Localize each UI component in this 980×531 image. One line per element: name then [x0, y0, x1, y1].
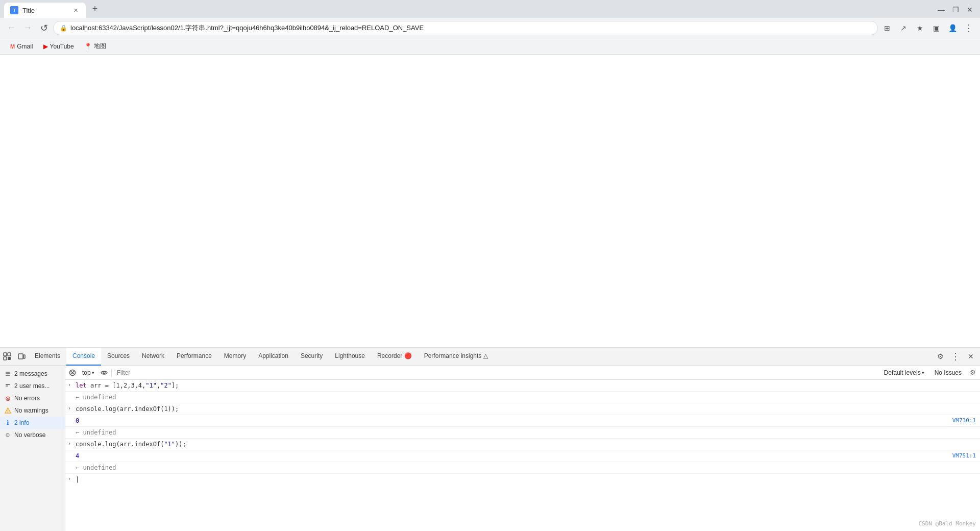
top-context-selector[interactable]: top ▾: [80, 368, 97, 378]
tab-security[interactable]: Security: [295, 348, 329, 366]
console-row-undefined-1: ← undefined: [65, 392, 980, 403]
restore-button[interactable]: ❐: [949, 4, 962, 16]
maps-label: 地图: [94, 42, 106, 51]
svg-point-17: [103, 372, 105, 374]
page-content: [0, 55, 980, 347]
tab-elements[interactable]: Elements: [29, 348, 66, 366]
row-expand-arrow-2[interactable]: ›: [65, 404, 74, 411]
all-messages-label: 2 messages: [14, 370, 47, 377]
row-input-arrow: ›: [65, 475, 74, 481]
svg-rect-2: [8, 353, 11, 356]
svg-rect-0: [4, 353, 7, 356]
console-area: top ▾ Default levels ▾ No Issues ⚙: [65, 366, 980, 531]
sidebar-item-info[interactable]: ℹ 2 info: [0, 417, 65, 429]
bookmark-gmail[interactable]: M Gmail: [6, 41, 37, 52]
close-button[interactable]: ✕: [964, 4, 976, 16]
console-output: › let arr = [1,2,3,4,"1","2"]; ← undefin…: [65, 380, 980, 531]
info-label: 2 info: [14, 419, 29, 426]
console-row-indexof-str1: › console.log(arr.indexOf("1"));: [65, 439, 980, 450]
console-row-output-4: 4 VM751:1: [65, 450, 980, 462]
devtools-inspect-icon[interactable]: [0, 348, 14, 366]
no-issues-button[interactable]: No Issues: [930, 368, 966, 377]
active-tab[interactable]: T Title ✕: [4, 3, 86, 18]
errors-label: No errors: [14, 395, 40, 402]
row-expand-arrow-3[interactable]: ›: [65, 440, 74, 446]
sidebar-item-all-messages[interactable]: 2 messages: [0, 368, 65, 380]
tab-performance-insights[interactable]: Performance insights △: [418, 348, 494, 366]
minimize-button[interactable]: —: [935, 4, 947, 16]
address-text: localhost:63342/JavaScript/lesson02/1.字符…: [70, 23, 871, 33]
console-row-undefined-3: ← undefined: [65, 462, 980, 474]
sidebar-item-warnings[interactable]: No warnings: [0, 404, 65, 417]
devtools-settings-button[interactable]: ⚙: [933, 349, 947, 364]
tab-network[interactable]: Network: [136, 348, 170, 366]
tab-sources[interactable]: Sources: [101, 348, 136, 366]
bookmarks-bar: M Gmail ▶ YouTube 📍 地图: [0, 38, 980, 55]
devtools-close-button[interactable]: ✕: [964, 349, 978, 364]
top-label: top: [82, 369, 91, 376]
tab-bar: T Title ✕ +: [4, 0, 102, 18]
tab-memory[interactable]: Memory: [218, 348, 252, 366]
tab-lighthouse[interactable]: Lighthouse: [329, 348, 371, 366]
devtools-device-icon[interactable]: [14, 348, 29, 366]
back-button[interactable]: ←: [4, 21, 18, 35]
window-controls: — ❐ ✕: [935, 4, 976, 18]
user-messages-icon: [4, 382, 11, 390]
forward-button[interactable]: →: [20, 21, 35, 35]
translate-button[interactable]: ⊞: [880, 21, 894, 35]
share-button[interactable]: ↗: [896, 21, 911, 35]
youtube-label: YouTube: [50, 43, 74, 50]
devtools-more-button[interactable]: ⋮: [948, 349, 963, 364]
svg-rect-3: [8, 357, 11, 360]
more-menu-button[interactable]: ⋮: [962, 21, 976, 35]
svg-rect-1: [4, 357, 7, 360]
all-messages-icon: [4, 370, 11, 377]
browser-chrome: T Title ✕ + — ❐ ✕: [0, 0, 980, 18]
filter-input[interactable]: [114, 368, 878, 378]
tab-close-button[interactable]: ✕: [71, 6, 80, 14]
row-input-content[interactable]: |: [74, 475, 980, 484]
tab-recorder[interactable]: Recorder 🔴: [371, 348, 418, 366]
info-icon: ℹ: [4, 419, 11, 426]
tab-title: Title: [22, 7, 35, 14]
new-tab-button[interactable]: +: [88, 2, 102, 16]
row-content-output-0: 0: [74, 416, 952, 425]
sidebar-item-errors[interactable]: ⊗ No errors: [0, 392, 65, 404]
row-content-output-4: 4: [74, 451, 952, 461]
row-source-vm730[interactable]: VM730:1: [952, 416, 980, 424]
row-source-vm751[interactable]: VM751:1: [952, 451, 980, 459]
bookmark-maps[interactable]: 📍 地图: [80, 40, 110, 53]
tab-application[interactable]: Application: [252, 348, 295, 366]
address-bar[interactable]: 🔒 localhost:63342/JavaScript/lesson02/1.…: [53, 21, 878, 35]
row-content-undefined-1: ← undefined: [74, 393, 980, 402]
sidebar-button[interactable]: ▣: [929, 21, 943, 35]
navigation-bar: ← → ↺ 🔒 localhost:63342/JavaScript/lesso…: [0, 18, 980, 38]
row-content-undefined-2: ← undefined: [74, 428, 980, 437]
console-row-output-0: 0 VM730:1: [65, 415, 980, 427]
eye-icon-button[interactable]: [99, 368, 109, 378]
clear-console-button[interactable]: [67, 368, 78, 378]
tab-console[interactable]: Console: [66, 348, 101, 366]
row-content-indexof-str1: console.log(arr.indexOf("1"));: [74, 440, 980, 449]
devtools-body: 2 messages 2 user mes... ⊗ No errors No …: [0, 366, 980, 531]
refresh-button[interactable]: ↺: [37, 21, 51, 35]
filter-divider: [111, 369, 112, 377]
svg-rect-4: [18, 354, 23, 359]
gmail-icon: M: [10, 43, 15, 50]
devtools-tab-actions: ⚙ ⋮ ✕: [933, 349, 980, 364]
devtools-tabs-bar: Elements Console Sources Network Perform…: [0, 348, 980, 366]
verbose-icon: ⚙: [4, 431, 11, 439]
row-content-undefined-3: ← undefined: [74, 463, 980, 472]
row-expand-arrow[interactable]: ›: [65, 381, 74, 388]
top-dropdown-icon: ▾: [92, 370, 94, 375]
bookmark-button[interactable]: ★: [913, 21, 927, 35]
svg-point-13: [7, 412, 8, 413]
tab-performance[interactable]: Performance: [170, 348, 218, 366]
sidebar-item-user-messages[interactable]: 2 user mes...: [0, 380, 65, 392]
default-levels-button[interactable]: Default levels ▾: [880, 368, 928, 377]
issues-settings-button[interactable]: ⚙: [968, 368, 978, 378]
console-row-indexof-1: › console.log(arr.indexOf(1));: [65, 403, 980, 415]
bookmark-youtube[interactable]: ▶ YouTube: [39, 41, 78, 52]
sidebar-item-verbose[interactable]: ⚙ No verbose: [0, 429, 65, 441]
profile-button[interactable]: 👤: [945, 21, 960, 35]
